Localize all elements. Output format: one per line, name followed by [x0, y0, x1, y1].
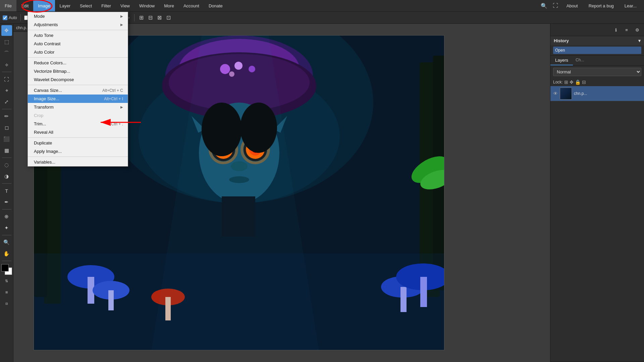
lock-position-icon[interactable]: ✥ — [570, 79, 574, 85]
menu-item-auto-tone[interactable]: Auto Tone — [28, 31, 128, 40]
tool-grid-large[interactable]: ⊟ — [1, 298, 12, 309]
layers-tabs: Layers Ch... — [550, 56, 644, 66]
search-icon[interactable]: 🔍 — [539, 1, 549, 11]
menu-divider-3 — [28, 85, 128, 85]
history-panel-header[interactable]: History ▾ — [550, 36, 644, 45]
dist-icon-1[interactable]: ⊞ — [138, 14, 145, 21]
menu-item-reveal-all[interactable]: Reveal All — [28, 128, 128, 136]
menu-view[interactable]: View — [116, 0, 135, 11]
panel-info-icon[interactable]: ℹ — [611, 25, 621, 35]
menu-item-auto-color[interactable]: Auto Color — [28, 48, 128, 56]
image-dropdown-menu: Mode ▶ Adjustments ▶ Auto Tone Auto Cont… — [28, 12, 128, 167]
menu-item-crop: Crop — [28, 111, 128, 120]
lock-all-icon[interactable]: ⊟ — [582, 79, 586, 85]
history-panel-toggle[interactable]: ▾ — [638, 38, 641, 43]
tool-text[interactable]: T — [1, 185, 12, 196]
menu-item-mode[interactable]: Mode ▶ — [28, 12, 128, 20]
menu-item-adjustments[interactable]: Adjustments ▶ — [28, 20, 128, 29]
menu-report-bug[interactable]: Report a bug — [584, 3, 619, 8]
menu-item-auto-contrast[interactable]: Auto Contrast — [28, 40, 128, 48]
right-panels: ℹ ≡ ⚙ History ▾ Open Layers Ch... Normal — [550, 24, 644, 362]
menu-more[interactable]: More — [159, 0, 179, 11]
menu-item-transform[interactable]: Transform ▶ — [28, 103, 128, 111]
tool-measure[interactable]: ⌖ — [1, 85, 12, 96]
tab-channels[interactable]: Ch... — [573, 56, 587, 65]
lock-alpha-icon[interactable]: 🔒 — [575, 79, 581, 85]
panel-dock-icon[interactable]: ≡ — [622, 25, 631, 35]
menu-item-vectorize-bitmap[interactable]: Vectorize Bitmap... — [28, 67, 128, 75]
tool-sep-1 — [2, 72, 11, 72]
tool-magic-wand[interactable]: ⟡ — [1, 59, 12, 70]
menu-item-canvas-size-shortcut: Alt+Ctrl + C — [102, 88, 123, 93]
menu-layer[interactable]: Layer — [55, 0, 75, 11]
menu-item-apply-image-label: Apply Image... — [34, 149, 62, 154]
menu-item-apply-image[interactable]: Apply Image... — [28, 147, 128, 156]
history-item-open[interactable]: Open — [553, 47, 641, 54]
menu-item-vectorize-bitmap-label: Vectorize Bitmap... — [34, 69, 70, 74]
menu-file[interactable]: File — [0, 0, 16, 11]
tool-zoom[interactable]: 🔍 — [1, 237, 12, 248]
menu-item-variables-label: Variables... — [34, 160, 55, 165]
menu-item-canvas-size-label: Canvas Size... — [34, 88, 62, 93]
lock-pixels-icon[interactable]: ⊞ — [564, 79, 568, 85]
menu-item-trim[interactable]: Trim... Ctrl + . — [28, 120, 128, 128]
menu-item-reduce-colors[interactable]: Reduce Colors... — [28, 59, 128, 67]
auto-checkbox-item: Auto — [3, 15, 17, 20]
layer-name: chn.p... — [574, 91, 641, 96]
menu-item-auto-tone-label: Auto Tone — [34, 33, 53, 38]
menu-window[interactable]: Window — [135, 0, 159, 11]
tool-lasso[interactable]: ⌒ — [1, 48, 12, 59]
menu-select[interactable]: Select — [75, 0, 97, 11]
menu-item-adjustments-label: Adjustments — [34, 22, 58, 27]
tool-gradient[interactable]: ▦ — [1, 145, 12, 156]
menu-item-trim-label: Trim... — [34, 121, 46, 126]
adjustments-submenu-arrow: ▶ — [120, 23, 123, 26]
tool-hand[interactable]: ✋ — [1, 248, 12, 259]
tool-rect-select[interactable]: ⬚ — [1, 37, 12, 47]
menu-item-wavelet-decompose[interactable]: Wavelet Decompose — [28, 75, 128, 84]
toolbar-sep-1 — [20, 14, 21, 21]
tool-sep-6 — [2, 235, 11, 235]
tool-color-picker[interactable]: ⇅ — [1, 276, 12, 286]
menu-item-transform-label: Transform — [34, 105, 54, 110]
menu-item-crop-label: Crop — [34, 113, 43, 118]
menu-donate[interactable]: Donate — [204, 0, 227, 11]
menu-divider-1 — [28, 30, 128, 30]
menu-about[interactable]: About — [562, 3, 583, 8]
tool-paintbrush[interactable]: ✏ — [1, 111, 12, 122]
menu-item-duplicate[interactable]: Duplicate — [28, 139, 128, 147]
tool-path[interactable]: ✒ — [1, 197, 12, 207]
menu-filter[interactable]: Filter — [97, 0, 116, 11]
tool-eraser[interactable]: ◻ — [1, 122, 12, 133]
dist-icon-3[interactable]: ⊠ — [156, 14, 163, 21]
layer-item[interactable]: 👁 chn.p... — [550, 86, 644, 101]
tool-grid-small[interactable]: ⊞ — [1, 287, 12, 298]
menu-account[interactable]: Account — [179, 0, 204, 11]
foreground-color-swatch[interactable] — [1, 264, 9, 272]
auto-checkbox[interactable] — [3, 15, 7, 20]
menu-image[interactable]: Image — [33, 0, 55, 11]
dist-icon-4[interactable]: ⊡ — [165, 14, 172, 21]
panel-options-icon[interactable]: ⚙ — [633, 25, 642, 35]
fullscreen-icon[interactable]: ⛶ — [550, 1, 560, 11]
lock-row: Lock: ⊞ ✥ 🔒 ⊟ — [550, 78, 644, 86]
blend-mode-select[interactable]: Normal — [553, 68, 641, 76]
tool-eyedropper[interactable]: ⊕ — [1, 211, 12, 222]
menu-item-image-size[interactable]: Image Size... Alt+Ctrl + I — [28, 95, 128, 103]
tool-crop[interactable]: ⛶ — [1, 74, 12, 84]
menu-item-duplicate-label: Duplicate — [34, 140, 52, 145]
tool-heal[interactable]: ✦ — [1, 223, 12, 233]
tool-move[interactable]: ✥ — [1, 25, 12, 36]
tool-sep-3 — [2, 158, 11, 158]
tool-transform[interactable]: ⤢ — [1, 97, 12, 107]
tool-bucket[interactable]: ⬛ — [1, 134, 12, 144]
menu-item-variables[interactable]: Variables... — [28, 158, 128, 166]
tool-blur[interactable]: ◌ — [1, 160, 12, 170]
menu-edit[interactable]: Edit — [16, 0, 33, 11]
menu-item-canvas-size[interactable]: Canvas Size... Alt+Ctrl + C — [28, 86, 128, 95]
tab-layers[interactable]: Layers — [550, 56, 573, 65]
layer-visibility-icon[interactable]: 👁 — [553, 91, 558, 96]
dist-icon-2[interactable]: ⊟ — [147, 14, 154, 21]
menu-learn[interactable]: Lear... — [620, 3, 641, 8]
tool-dodge[interactable]: ◑ — [1, 171, 12, 182]
